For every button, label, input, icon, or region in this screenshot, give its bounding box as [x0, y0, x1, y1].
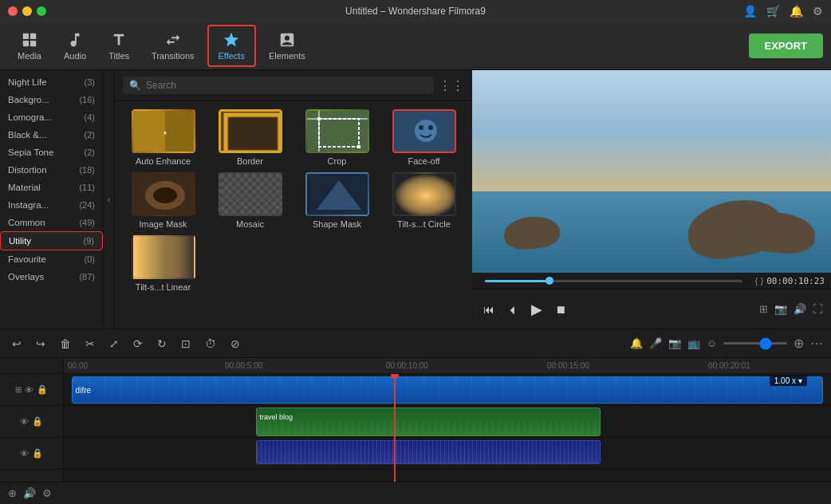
transitions-label: Transitions — [152, 51, 194, 61]
timeline-display-icon[interactable]: 📺 — [687, 337, 700, 349]
speed-button[interactable]: ⏱ — [201, 335, 220, 352]
volume-icon[interactable]: 🔊 — [794, 303, 806, 315]
toolbar-item-effects[interactable]: Effects — [207, 25, 256, 67]
bottom-add-icon[interactable]: ⊕ — [8, 487, 17, 499]
sidebar-collapse-button[interactable]: ‹ — [104, 70, 115, 329]
sidebar-label: Overlays — [8, 272, 44, 282]
sidebar-item-black[interactable]: Black &... (2) — [0, 126, 103, 144]
maximize-button[interactable] — [37, 6, 46, 16]
track-row-2: travel blog — [64, 406, 831, 438]
stop-button[interactable]: ⏹ — [552, 301, 569, 317]
minimize-button[interactable] — [22, 6, 32, 16]
video-frame — [472, 70, 831, 273]
effect-tilt-circle[interactable]: Tilt-s...t Circle — [384, 172, 464, 229]
cut-button[interactable]: ✂ — [81, 335, 99, 352]
undo-button[interactable]: ↩ — [8, 335, 26, 352]
cart-icon[interactable]: 🛒 — [766, 5, 780, 18]
timeline-ruler: 00:00 00:00:5:00 00:00:10:00 00:00:15:00… — [64, 358, 831, 374]
audio-clip-1[interactable] — [256, 440, 601, 464]
effect-label: Tilt-s...t Circle — [397, 219, 451, 229]
toolbar-item-audio[interactable]: Audio — [54, 26, 96, 65]
toolbar-item-transitions[interactable]: Transitions — [142, 26, 203, 65]
rewind-button[interactable]: ⏮ — [480, 301, 498, 317]
effect-crop[interactable]: Crop — [297, 109, 377, 166]
toolbar-item-media[interactable]: Media — [8, 26, 51, 65]
video-clip-1[interactable]: difre — [72, 376, 824, 404]
add-track-icon[interactable]: ⊕ — [794, 336, 804, 351]
settings-icon[interactable]: ⚙ — [813, 5, 823, 18]
track2-eye-icon[interactable]: 👁 — [20, 417, 29, 427]
effect-tilt-linear[interactable]: Tilt-s...t Linear — [123, 235, 203, 292]
timecode-display: 00:00:10:23 — [766, 276, 825, 286]
window-controls[interactable] — [8, 6, 46, 16]
notification-icon[interactable]: 🔔 — [790, 5, 803, 18]
track3-eye-icon[interactable]: 👁 — [20, 449, 29, 459]
sidebar-item-lomography[interactable]: Lomogra... (4) — [0, 108, 103, 126]
screenshot-icon[interactable]: 📷 — [774, 303, 787, 315]
sidebar-count: (49) — [79, 218, 95, 227]
group-button[interactable]: ⟳ — [129, 335, 147, 352]
sidebar-count: (16) — [79, 95, 95, 104]
speed-dropdown-icon[interactable]: ▾ — [798, 376, 802, 385]
effect-image-mask[interactable]: Image Mask — [123, 172, 203, 229]
redo-button[interactable]: ↪ — [32, 335, 49, 352]
effect-auto-enhance[interactable]: ♦ Auto Enhance — [123, 109, 203, 166]
step-back-button[interactable]: ⏴ — [504, 301, 522, 317]
preview-progress-row: { } 00:00:10:23 — [472, 273, 831, 289]
effect-mosaic[interactable]: Mosaic — [210, 172, 290, 229]
crop-timeline-button[interactable]: ⊡ — [177, 335, 195, 352]
track-grid-icon[interactable]: ⊞ — [15, 385, 22, 394]
timeline-mic-icon[interactable]: 🎤 — [649, 337, 662, 349]
search-input[interactable] — [146, 80, 427, 91]
track3-lock-icon[interactable]: 🔒 — [32, 448, 43, 459]
search-box[interactable]: 🔍 — [123, 77, 434, 94]
toolbar-item-elements[interactable]: Elements — [259, 26, 315, 65]
delete-button[interactable]: 🗑 — [56, 335, 75, 352]
progress-fill — [485, 280, 549, 282]
track-lock-icon[interactable]: 🔒 — [37, 384, 48, 395]
effect-face-off[interactable]: Face-off — [384, 109, 464, 166]
timeline-ruler-area: 00:00 00:00:5:00 00:00:10:00 00:00:15:00… — [64, 358, 831, 482]
close-button[interactable] — [8, 6, 18, 16]
svg-rect-2 — [23, 41, 29, 46]
sidebar-item-common[interactable]: Common (49) — [0, 214, 103, 231]
bottom-settings-icon[interactable]: ⚙ — [42, 487, 52, 499]
track-row-1: difre — [64, 374, 831, 406]
fullscreen-icon[interactable]: ⛶ — [813, 303, 823, 315]
timeline-emoji-icon[interactable]: ☺ — [707, 337, 717, 349]
sidebar-item-favourite[interactable]: Favourite (0) — [0, 250, 103, 268]
preview-progress-bar[interactable] — [485, 280, 742, 282]
split-button[interactable]: ⊘ — [226, 335, 244, 352]
sidebar-item-background[interactable]: Backgro... (16) — [0, 91, 103, 108]
export-button[interactable]: EXPORT — [749, 33, 823, 58]
rotate-button[interactable]: ↻ — [153, 335, 171, 352]
more-options-icon[interactable]: ⋯ — [810, 336, 823, 351]
sidebar-item-nightlife[interactable]: Night Life (3) — [0, 73, 103, 91]
video-clip-2[interactable]: travel blog — [256, 408, 601, 436]
preview-settings-icon[interactable]: ⊞ — [759, 303, 768, 315]
effect-border[interactable]: Border — [210, 109, 290, 166]
sidebar-item-material[interactable]: Material (11) — [0, 179, 103, 196]
search-icon: 🔍 — [129, 80, 141, 91]
bottom-volume-icon[interactable]: 🔊 — [23, 487, 36, 499]
sidebar-item-overlays[interactable]: Overlays (87) — [0, 268, 103, 285]
toolbar-item-titles[interactable]: Titles — [99, 26, 139, 65]
grid-view-icon[interactable]: ⋮⋮ — [439, 78, 464, 93]
timeline-camera-icon[interactable]: 📷 — [668, 337, 681, 349]
zoom-slider[interactable] — [723, 342, 787, 345]
play-button[interactable]: ▶ — [528, 299, 545, 320]
sidebar-item-distortion[interactable]: Distortion (18) — [0, 161, 103, 179]
effect-shape-mask[interactable]: Shape Mask — [297, 172, 377, 229]
effect-label: Face-off — [408, 156, 439, 166]
transform-button[interactable]: ⤢ — [105, 335, 123, 352]
track2-lock-icon[interactable]: 🔒 — [32, 416, 43, 427]
svg-rect-9 — [229, 118, 277, 149]
account-icon[interactable]: 👤 — [743, 5, 757, 18]
sidebar-item-utility[interactable]: Utility (9) — [0, 231, 103, 250]
progress-thumb[interactable] — [545, 277, 553, 285]
sidebar-item-instagram[interactable]: Instagra... (24) — [0, 196, 103, 214]
effect-thumb-shape-mask — [305, 172, 369, 216]
timeline-settings-icon[interactable]: 🔔 — [630, 337, 643, 349]
sidebar-item-sepiatone[interactable]: Sepia Tone (2) — [0, 144, 103, 161]
track-eye-icon[interactable]: 👁 — [25, 385, 33, 395]
